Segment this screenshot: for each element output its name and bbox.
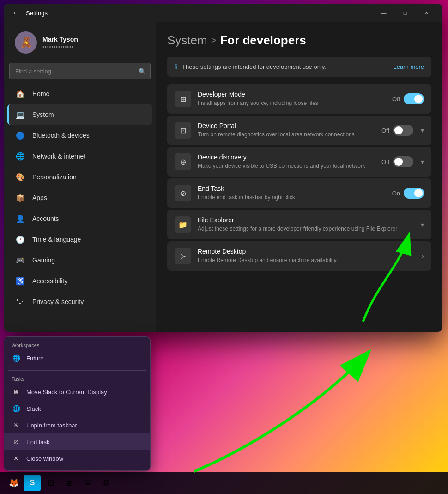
sidebar-item-accounts[interactable]: 👤 Accounts — [7, 208, 152, 229]
search-icon: 🔍 — [139, 68, 146, 75]
sidebar-item-privacy[interactable]: 🛡 Privacy & security — [7, 292, 152, 312]
nav-icon-network: 🌐 — [15, 151, 26, 162]
ctx-icon-move-slack: 🖥 — [12, 387, 21, 396]
setting-desc-remote-desktop: Enable Remote Desktop and ensure machine… — [198, 256, 418, 264]
nav-label-time: Time & language — [32, 236, 81, 243]
sidebar-item-system[interactable]: 💻 System — [7, 104, 152, 125]
setting-title-device-portal: Device Portal — [198, 122, 381, 129]
taskbar-mail[interactable]: ✉ — [79, 475, 96, 491]
ctx-label-close-window: Close window — [26, 455, 63, 462]
context-item-slack[interactable]: 🌐 Slack — [4, 400, 150, 417]
toggle-developer-mode[interactable] — [404, 93, 424, 104]
ctx-icon-end-task-ctx: ⊘ — [12, 437, 21, 446]
nav-list: 🏠 Home 💻 System 🔵 Bluetooth & devices 🌐 … — [4, 83, 156, 312]
context-tasks-section: Tasks 🖥 Move Slack to Current Display 🌐 … — [4, 371, 150, 470]
sidebar-item-apps[interactable]: 📦 Apps — [7, 188, 152, 208]
breadcrumb-parent[interactable]: System — [167, 33, 207, 48]
nav-label-apps: Apps — [32, 194, 47, 201]
toggle-label-developer-mode: Off — [392, 96, 400, 103]
sidebar-item-network[interactable]: 🌐 Network & internet — [7, 146, 152, 166]
close-button[interactable]: ✕ — [416, 6, 437, 20]
setting-control-developer-mode: Off — [392, 93, 424, 104]
nav-icon-system: 💻 — [15, 109, 26, 120]
nav-icon-apps: 📦 — [15, 192, 26, 203]
context-item-move-slack[interactable]: 🖥 Move Slack to Current Display — [4, 384, 150, 400]
taskbar-firefox[interactable]: 🦊 — [6, 475, 22, 491]
tasks-label: Tasks — [4, 374, 150, 384]
taskbar-skype[interactable]: S — [24, 475, 41, 491]
setting-icon-remote-desktop: ≻ — [175, 248, 191, 264]
back-button[interactable]: ← — [9, 6, 22, 19]
ctx-label-slack: Slack — [26, 405, 41, 412]
user-email: •••••••••••••• — [42, 44, 78, 49]
user-name: Mark Tyson — [42, 36, 78, 43]
setting-title-developer-mode: Developer Mode — [198, 91, 392, 98]
toggle-device-portal[interactable] — [393, 125, 413, 136]
main-layout: 🧸 Mark Tyson •••••••••••••• 🔍 🏠 Home 💻 S… — [4, 22, 442, 332]
nav-label-accessibility: Accessibility — [32, 277, 67, 285]
nav-icon-home: 🏠 — [15, 88, 26, 99]
sidebar-item-accessibility[interactable]: ♿ Accessibility — [7, 271, 152, 291]
taskbar-slack[interactable]: ⊞ — [61, 475, 78, 491]
setting-info-remote-desktop: Remote Desktop Enable Remote Desktop and… — [198, 248, 418, 264]
window-controls: — □ ✕ — [373, 6, 437, 20]
chevron-icon-device-portal: ▾ — [421, 127, 424, 134]
setting-title-remote-desktop: Remote Desktop — [198, 248, 418, 255]
setting-icon-file-explorer: 📁 — [175, 216, 191, 233]
setting-row-device-discovery[interactable]: ⊕ Device discovery Make your device visi… — [167, 147, 431, 177]
search-input[interactable] — [9, 63, 151, 79]
setting-title-device-discovery: Device discovery — [198, 153, 381, 161]
sidebar-item-gaming[interactable]: 🎮 Gaming — [7, 250, 152, 270]
sidebar-item-personalization[interactable]: 🎨 Personalization — [7, 167, 152, 187]
sidebar-item-home[interactable]: 🏠 Home — [7, 84, 152, 104]
chevron-icon-file-explorer: ▾ — [421, 221, 424, 228]
nav-icon-bluetooth: 🔵 — [15, 130, 26, 141]
setting-desc-file-explorer: Adjust these settings for a more develop… — [198, 225, 417, 233]
info-banner: ℹ These settings are intended for develo… — [167, 57, 431, 77]
settings-window: ← Settings — □ ✕ 🧸 Mark Tyson ••••••••••… — [4, 4, 442, 332]
arrow-icon-remote-desktop: › — [422, 252, 424, 260]
sidebar: 🧸 Mark Tyson •••••••••••••• 🔍 🏠 Home 💻 S… — [4, 22, 156, 332]
taskbar: 🦊 S ⊟ ⊞ ✉ ⚙ — [0, 472, 448, 494]
toggle-end-task[interactable] — [404, 188, 424, 199]
maximize-button[interactable]: □ — [394, 6, 416, 20]
nav-icon-personalization: 🎨 — [15, 171, 26, 183]
nav-label-system: System — [32, 111, 54, 118]
taskbar-grid[interactable]: ⊟ — [42, 475, 59, 491]
nav-label-network: Network & internet — [32, 152, 85, 160]
nav-label-home: Home — [32, 90, 49, 98]
user-profile[interactable]: 🧸 Mark Tyson •••••••••••••• — [7, 24, 152, 59]
workspace-future[interactable]: 🌐 Future — [4, 350, 150, 366]
setting-row-remote-desktop[interactable]: ≻ Remote Desktop Enable Remote Desktop a… — [167, 241, 431, 271]
learn-more-link[interactable]: Learn more — [394, 63, 424, 70]
minimize-button[interactable]: — — [373, 6, 394, 20]
nav-label-personalization: Personalization — [32, 173, 77, 181]
setting-title-file-explorer: File Explorer — [198, 216, 417, 224]
nav-label-accounts: Accounts — [32, 215, 59, 222]
ctx-label-move-slack: Move Slack to Current Display — [26, 389, 107, 396]
toggle-device-discovery[interactable] — [393, 156, 413, 167]
context-item-unpin[interactable]: ✳ Unpin from taskbar — [4, 417, 150, 433]
avatar: 🧸 — [15, 31, 37, 54]
taskbar-settings[interactable]: ⚙ — [98, 475, 115, 491]
user-info: Mark Tyson •••••••••••••• — [42, 36, 78, 49]
context-items-list: 🖥 Move Slack to Current Display 🌐 Slack … — [4, 384, 150, 467]
ctx-label-unpin: Unpin from taskbar — [26, 422, 77, 429]
nav-icon-accessibility: ♿ — [15, 275, 26, 287]
context-item-close-window[interactable]: ✕ Close window — [4, 450, 150, 467]
nav-icon-gaming: 🎮 — [15, 255, 26, 266]
breadcrumb-separator: > — [211, 35, 217, 46]
toggle-knob-end-task — [414, 189, 423, 197]
setting-row-file-explorer[interactable]: 📁 File Explorer Adjust these settings fo… — [167, 210, 431, 239]
setting-row-developer-mode[interactable]: ⊞ Developer Mode Install apps from any s… — [167, 84, 431, 114]
toggle-knob-device-portal — [394, 126, 403, 134]
setting-title-end-task: End Task — [198, 185, 392, 192]
setting-info-device-portal: Device Portal Turn on remote diagnostics… — [198, 122, 381, 139]
setting-row-end-task[interactable]: ⊘ End Task Enable end task in taskbar by… — [167, 178, 431, 208]
breadcrumb: System > For developers — [167, 33, 431, 48]
sidebar-item-time[interactable]: 🕐 Time & language — [7, 229, 152, 250]
context-item-end-task-ctx[interactable]: ⊘ End task — [4, 433, 150, 450]
nav-label-gaming: Gaming — [32, 256, 55, 264]
setting-row-device-portal[interactable]: ⊡ Device Portal Turn on remote diagnosti… — [167, 116, 431, 145]
sidebar-item-bluetooth[interactable]: 🔵 Bluetooth & devices — [7, 125, 152, 146]
